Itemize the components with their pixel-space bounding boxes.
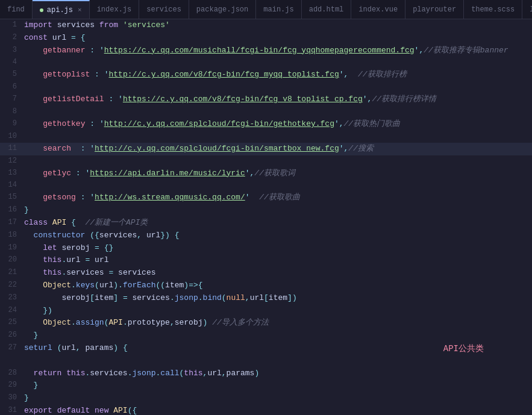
code-line: 26 } xyxy=(0,329,532,342)
line-number: 26 xyxy=(0,329,24,342)
code-text: }) xyxy=(24,305,532,317)
tab-dot xyxy=(40,8,43,12)
code-line: 12 xyxy=(0,155,532,167)
code-line: 8 xyxy=(0,106,532,118)
code-line: 19 let serobj = {} xyxy=(0,242,532,255)
code-text: let serobj = {} xyxy=(24,242,532,255)
close-icon[interactable]: × xyxy=(78,7,82,14)
code-text: Object.keys(url).forEach((item)=>{ xyxy=(24,279,532,292)
line-number: 16 xyxy=(0,204,24,217)
code-text: import services from 'services' xyxy=(24,19,532,32)
code-text: Object.assign(API.prototype,serobj) //导入… xyxy=(24,317,532,329)
code-line: 6 xyxy=(0,81,532,93)
tab-indexjs[interactable]: index.js xyxy=(90,0,140,19)
code-editor: 1 import services from 'services' 2 cons… xyxy=(0,19,532,415)
code-line: 20 this.url = url xyxy=(0,254,532,267)
tab-label: api.js xyxy=(47,6,73,14)
code-line: 2 const url = { xyxy=(0,32,532,45)
code-text xyxy=(24,81,532,93)
line-number: 23 xyxy=(0,292,24,305)
tab-find[interactable]: find xyxy=(0,0,33,19)
line-number: 12 xyxy=(0,155,24,167)
line-number: 3 xyxy=(0,45,24,57)
line-number: 29 xyxy=(0,379,24,392)
line-number: 4 xyxy=(0,57,24,69)
tab-label: layout.scss xyxy=(530,5,532,14)
api-public-note: API公共类 xyxy=(443,342,484,355)
line-number: 8 xyxy=(0,106,24,118)
tab-layoutscss[interactable]: layout.scss xyxy=(522,0,532,19)
tab-packagejson[interactable]: package.json xyxy=(189,0,256,19)
line-number: 27 xyxy=(0,342,24,367)
code-text: const url = { xyxy=(24,32,532,45)
line-number: 22 xyxy=(0,279,24,292)
code-text: } xyxy=(24,204,532,217)
line-number: 25 xyxy=(0,317,24,329)
tab-label: theme.scss xyxy=(471,5,515,14)
code-line: 4 xyxy=(0,57,532,69)
code-line: 31 export default new API({ xyxy=(0,405,532,415)
code-text xyxy=(24,155,532,167)
code-line: 18 constructor ({services, url}) { xyxy=(0,229,532,242)
code-text: getsong : 'http://ws.stream.qqmusic.qq.c… xyxy=(24,192,532,204)
code-text: this.services = services xyxy=(24,267,532,279)
line-number: 5 xyxy=(0,69,24,81)
tab-label: add.html xyxy=(309,5,344,14)
tab-label: services xyxy=(146,5,181,14)
code-text: class API { //新建一个API类 xyxy=(24,217,532,229)
code-line: 7 getlistDetail : 'https://c.y.qq.com/v8… xyxy=(0,93,532,106)
line-number: 28 xyxy=(0,367,24,380)
line-number: 11 xyxy=(0,143,24,155)
code-line: 25 Object.assign(API.prototype,serobj) /… xyxy=(0,317,532,329)
code-text: return this.services.jsonp.call(this,url… xyxy=(24,367,532,380)
code-text: seturl (url, params) { API公共类 xyxy=(24,342,532,367)
code-text xyxy=(24,179,532,192)
line-number: 30 xyxy=(0,392,24,405)
tab-label: index.js xyxy=(97,5,132,14)
code-line: 9 gethotkey : 'http://c.y.qq.com/splclou… xyxy=(0,118,532,131)
line-number: 21 xyxy=(0,267,24,279)
code-line: 21 this.services = services xyxy=(0,267,532,279)
code-line: 28 return this.services.jsonp.call(this,… xyxy=(0,367,532,380)
code-line: 1 import services from 'services' xyxy=(0,19,532,32)
line-number: 18 xyxy=(0,229,24,242)
line-number: 13 xyxy=(0,167,24,180)
line-number: 14 xyxy=(0,179,24,192)
line-number: 7 xyxy=(0,93,24,106)
code-line: 14 xyxy=(0,179,532,192)
tab-services[interactable]: services xyxy=(139,0,189,19)
line-number: 19 xyxy=(0,242,24,255)
tab-addhtml[interactable]: add.html xyxy=(302,0,352,19)
code-text: export default new API({ xyxy=(24,405,532,415)
line-number: 2 xyxy=(0,32,24,45)
tab-themescss[interactable]: theme.scss xyxy=(464,0,522,19)
tab-indexvue[interactable]: index.vue xyxy=(351,0,405,19)
code-text: } xyxy=(24,379,532,392)
code-line: 10 xyxy=(0,131,532,143)
code-text xyxy=(24,131,532,143)
code-line: 17 class API { //新建一个API类 xyxy=(0,217,532,229)
code-text: this.url = url xyxy=(24,254,532,267)
code-line: 27 seturl (url, params) { API公共类 xyxy=(0,342,532,367)
code-text: getbanner : 'https://c.y.qq.com/musichal… xyxy=(24,45,532,57)
line-number: 17 xyxy=(0,217,24,229)
code-line: 11 search : 'http://c.y.qq.com/splcloud/… xyxy=(0,143,532,155)
code-line: 24 }) xyxy=(0,305,532,317)
tab-label: playrouter xyxy=(413,5,456,14)
line-number: 9 xyxy=(0,118,24,131)
code-line: 30 } xyxy=(0,392,532,405)
tab-mainjs[interactable]: main.js xyxy=(256,0,301,19)
tab-bar: find api.js × index.js services package.… xyxy=(0,0,532,19)
code-text: getlistDetail : 'https://c.y.qq.com/v8/f… xyxy=(24,93,532,106)
line-number: 20 xyxy=(0,254,24,267)
code-line: 16 } xyxy=(0,204,532,217)
tab-playrouter[interactable]: playrouter xyxy=(405,0,464,19)
code-text: gettoplist : 'http://c.y.qq.com/v8/fcg-b… xyxy=(24,69,532,81)
line-number: 15 xyxy=(0,192,24,204)
tab-apijs[interactable]: api.js × xyxy=(33,0,90,19)
code-text: } xyxy=(24,329,532,342)
tab-label: package.json xyxy=(196,5,248,14)
code-text: gethotkey : 'http://c.y.qq.com/splcloud/… xyxy=(24,118,532,131)
code-line: 3 getbanner : 'https://c.y.qq.com/musich… xyxy=(0,45,532,57)
tab-label: find xyxy=(7,5,25,14)
